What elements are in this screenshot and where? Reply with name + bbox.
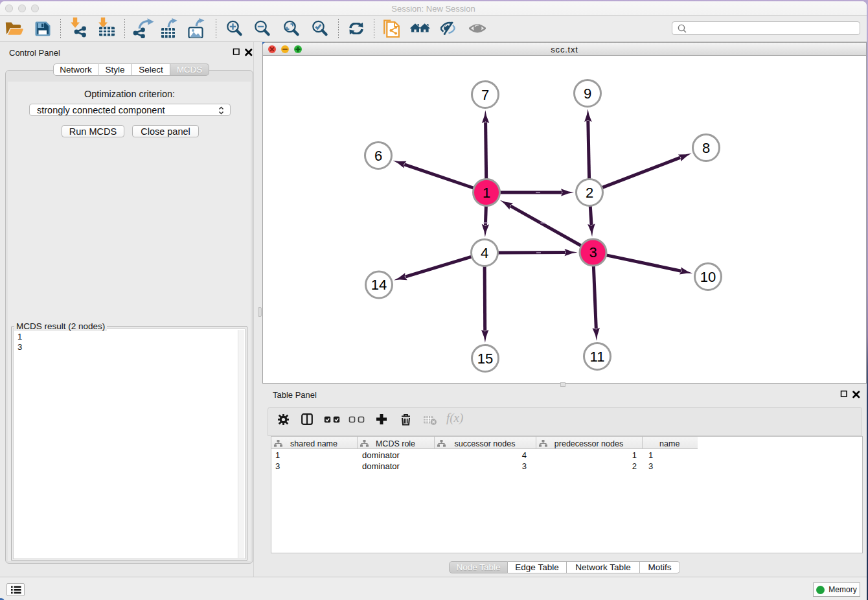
svg-text:15: 15: [477, 351, 493, 367]
svg-text:14: 14: [371, 277, 387, 293]
svg-text:1: 1: [483, 185, 490, 201]
svg-text:8: 8: [702, 140, 710, 156]
svg-text:6: 6: [374, 148, 382, 164]
svg-text:2: 2: [586, 185, 593, 201]
svg-text:11: 11: [590, 349, 605, 365]
svg-text:10: 10: [700, 269, 716, 285]
svg-text:7: 7: [481, 87, 489, 103]
svg-text:4: 4: [481, 245, 488, 261]
svg-text:9: 9: [584, 86, 591, 102]
svg-text:3: 3: [589, 244, 597, 260]
